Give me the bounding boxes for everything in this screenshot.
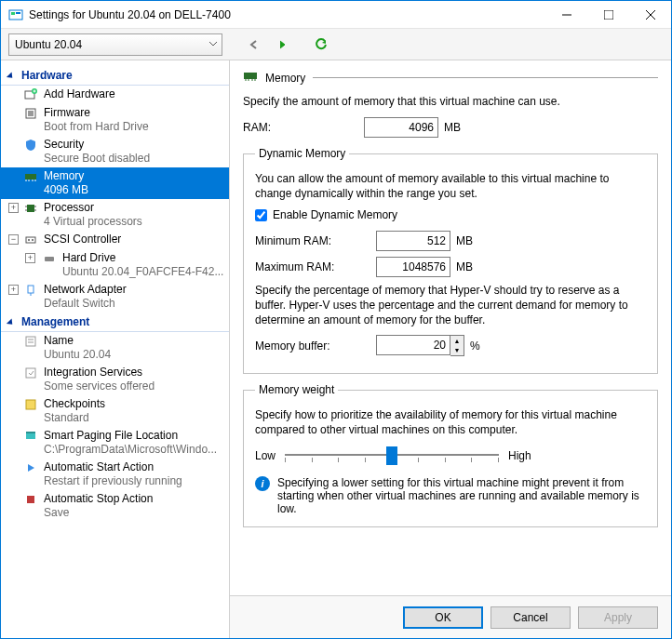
weight-high-label: High <box>508 449 531 462</box>
intro-text: Specify the amount of memory that this v… <box>243 95 658 108</box>
management-section-header[interactable]: Management <box>1 313 229 332</box>
sidebar-item-security[interactable]: SecuritySecure Boot disabled <box>1 136 229 167</box>
buffer-input[interactable] <box>376 335 450 355</box>
sidebar-item-sub: Save <box>44 506 153 520</box>
svg-rect-34 <box>26 433 35 439</box>
shield-icon <box>23 138 38 153</box>
svg-rect-26 <box>45 257 54 261</box>
cancel-button[interactable]: Cancel <box>491 606 571 629</box>
sidebar-item-sub: Standard <box>44 411 105 425</box>
sidebar-item-autostart[interactable]: Automatic Start ActionRestart if previou… <box>1 459 229 490</box>
sidebar-item-paging[interactable]: Smart Paging File LocationC:\ProgramData… <box>1 427 229 459</box>
spin-up-button[interactable]: ▲ <box>450 336 464 346</box>
content-area: Memory Specify the amount of memory that… <box>230 60 671 638</box>
app-icon <box>8 7 23 22</box>
sidebar-item-add-hardware[interactable]: Add Hardware <box>1 86 229 104</box>
ok-button[interactable]: OK <box>403 606 483 629</box>
svg-rect-36 <box>27 496 34 503</box>
dynamic-memory-legend: Dynamic Memory <box>255 147 349 160</box>
window-title: Settings for Ubuntu 20.04 on DELL-7400 <box>29 8 545 21</box>
sidebar-item-label: Automatic Start Action <box>44 460 182 474</box>
apply-button[interactable]: Apply <box>578 606 658 629</box>
ram-label: RAM: <box>243 121 364 134</box>
memory-weight-desc: Specify how to prioritize the availabili… <box>255 407 646 437</box>
sidebar-item-label: Add Hardware <box>44 87 115 101</box>
sidebar-item-sub: 4096 MB <box>44 183 88 197</box>
sidebar-item-sub: 4 Virtual processors <box>44 215 142 229</box>
chevron-down-icon <box>208 38 218 51</box>
info-icon: i <box>255 476 270 491</box>
enable-dynamic-input[interactable] <box>255 209 267 221</box>
controller-icon <box>23 233 38 247</box>
spin-down-button[interactable]: ▼ <box>450 346 464 356</box>
autostop-icon <box>23 492 38 507</box>
hardware-section-header[interactable]: Hardware <box>1 66 229 86</box>
sidebar-item-sub: Ubuntu 20.04_F0AFCFE4-F42... <box>62 265 223 279</box>
paging-icon <box>23 429 38 444</box>
svg-rect-13 <box>25 174 36 180</box>
sidebar-item-sub: Some services offered <box>44 379 155 393</box>
sidebar-item-sub: Ubuntu 20.04 <box>44 348 111 362</box>
sidebar-item-label: Processor <box>44 201 142 215</box>
expand-toggle[interactable]: − <box>8 234 19 245</box>
sidebar-item-memory[interactable]: Memory4096 MB <box>1 167 229 199</box>
sidebar-item-label: Smart Paging File Location <box>44 429 217 443</box>
settings-window: Settings for Ubuntu 20.04 on DELL-7400 U… <box>0 0 672 639</box>
max-ram-input[interactable] <box>376 257 450 277</box>
memory-panel: Memory Specify the amount of memory that… <box>230 60 671 595</box>
network-icon <box>23 283 38 298</box>
sidebar-item-label: Automatic Stop Action <box>44 492 153 506</box>
enable-dynamic-checkbox[interactable]: Enable Dynamic Memory <box>255 208 646 221</box>
svg-rect-1 <box>11 12 15 15</box>
hard-drive-icon <box>42 251 57 266</box>
svg-rect-35 <box>26 432 35 433</box>
ram-input[interactable] <box>364 117 438 138</box>
sidebar-item-processor[interactable]: + Processor4 Virtual processors <box>1 199 229 231</box>
dynamic-memory-group: Dynamic Memory You can allow the amount … <box>243 147 658 374</box>
memory-weight-legend: Memory weight <box>255 383 338 396</box>
sidebar-item-label: Name <box>44 334 111 348</box>
svg-rect-18 <box>27 205 34 212</box>
sidebar-item-scsi[interactable]: − SCSI Controller <box>1 231 229 249</box>
vm-selector[interactable]: Ubuntu 20.04 <box>8 33 222 56</box>
svg-rect-2 <box>16 12 20 14</box>
prev-button[interactable] <box>243 33 265 56</box>
sidebar-item-label: SCSI Controller <box>44 233 121 246</box>
next-button[interactable] <box>271 33 293 56</box>
sidebar-item-integration[interactable]: Integration ServicesSome services offere… <box>1 364 229 395</box>
sidebar-item-sub: C:\ProgramData\Microsoft\Windo... <box>44 443 217 457</box>
sidebar-item-autostop[interactable]: Automatic Stop ActionSave <box>1 490 229 522</box>
ram-unit: MB <box>444 121 461 134</box>
svg-rect-12 <box>28 111 34 116</box>
sidebar-item-name[interactable]: NameUbuntu 20.04 <box>1 332 229 364</box>
minimize-button[interactable] <box>545 1 587 29</box>
close-button[interactable] <box>629 1 671 29</box>
min-ram-unit: MB <box>456 234 473 247</box>
sidebar-item-label: Checkpoints <box>44 397 105 411</box>
memory-icon <box>243 70 258 86</box>
expand-toggle[interactable]: + <box>8 203 19 213</box>
weight-slider[interactable] <box>285 445 499 467</box>
sidebar-item-label: Firmware <box>44 106 149 120</box>
checkpoints-icon <box>23 397 38 412</box>
sidebar-item-checkpoints[interactable]: CheckpointsStandard <box>1 395 229 427</box>
expand-toggle[interactable]: + <box>8 285 19 295</box>
panel-title: Memory <box>265 72 305 85</box>
buffer-unit: % <box>470 339 480 353</box>
svg-rect-37 <box>244 73 257 79</box>
refresh-button[interactable] <box>310 33 332 56</box>
expand-toggle[interactable]: + <box>25 253 35 263</box>
slider-thumb[interactable] <box>386 446 397 465</box>
sidebar-item-firmware[interactable]: FirmwareBoot from Hard Drive <box>1 104 229 136</box>
sidebar-item-network[interactable]: + Network AdapterDefault Switch <box>1 281 229 313</box>
maximize-button[interactable] <box>587 1 629 29</box>
min-ram-input[interactable] <box>376 231 450 251</box>
integration-icon <box>23 366 38 380</box>
sidebar-item-hard-drive[interactable]: + Hard DriveUbuntu 20.04_F0AFCFE4-F42... <box>1 249 229 281</box>
sidebar-item-sub: Secure Boot disabled <box>44 152 150 166</box>
dynamic-memory-desc: You can allow the amount of memory avail… <box>255 171 646 201</box>
titlebar: Settings for Ubuntu 20.04 on DELL-7400 <box>1 1 671 29</box>
sidebar-item-sub: Default Switch <box>44 297 127 311</box>
footer: OK Cancel Apply <box>230 595 671 638</box>
svg-rect-29 <box>26 337 35 346</box>
